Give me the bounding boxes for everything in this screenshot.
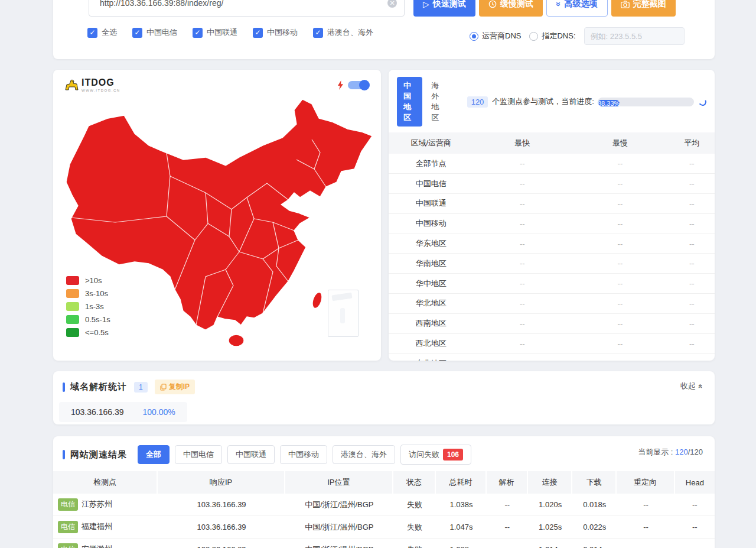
checkbox-checked-icon: ✓ [193,28,203,38]
custom-dns-input[interactable] [584,27,685,45]
collapse-toggle[interactable]: 收起 » [680,381,702,391]
quick-test-button[interactable]: ▷ 快速测试 [413,0,475,17]
dns-stats-header: 域名解析统计 1 复制IP [53,371,715,394]
checkbox-checked-icon: ✓ [253,28,263,38]
results-table: 检测点 响应IP IP位置 状态 总耗时 解析 连接 下载 重定向 Head 电… [53,471,715,548]
result-row[interactable]: 电信福建福州 103.36.166.39 中国/浙江/温州/BGP 失败 1.0… [53,516,715,539]
table-row[interactable]: 西北地区------ [389,333,715,354]
hainan-island-shape[interactable] [229,335,244,346]
col-total-time: 总耗时 [436,471,486,494]
tab-china-region[interactable]: 中国地区 [397,77,422,127]
legend-swatch-green [66,315,79,324]
filter-telecom-button[interactable]: 中国电信 [175,445,222,464]
col-fastest: 最快 [474,132,572,154]
results-header: 网站测速结果 全部 中国电信 中国联通 中国移动 港澳台、海外 访问失败 106 [53,436,715,465]
status-badge: 失败 [393,516,436,539]
legend-item: >10s [66,276,110,285]
monitor-count-badge: 120 [467,96,488,108]
copy-ip-button[interactable]: 复制IP [155,380,195,394]
legend-item: 1s-3s [66,302,110,311]
table-row[interactable]: 华北地区------ [389,294,715,314]
region-stats-header: 中国地区 海外地区 120 个监测点参与测试，当前进度: 88.33% [389,70,715,132]
progress-bar: 88.33% [598,98,694,106]
checkbox-hmt-overseas[interactable]: ✓ 港澳台、海外 [313,27,373,38]
chevrons-down-icon: » [554,2,563,7]
checkbox-china-unicom[interactable]: ✓ 中国联通 [193,27,237,38]
table-row[interactable]: 华中地区------ [389,274,715,294]
carrier-badge: 电信 [58,521,78,533]
checkbox-china-telecom[interactable]: ✓ 中国电信 [132,27,177,38]
table-row[interactable]: 全部节点------ [389,154,715,174]
slow-test-button[interactable]: 缓慢测试 [479,0,543,17]
resolved-ip: 103.36.166.39 [71,407,124,417]
radio-carrier-dns[interactable]: 运营商DNS [470,31,521,41]
taiwan-island-shape[interactable] [311,291,324,310]
current-display-count: 当前显示 : 120/120 [638,447,703,458]
full-screenshot-button[interactable]: 完整截图 [611,0,676,17]
action-buttons: ▷ 快速测试 缓慢测试 » 高级选项 完整截图 [413,0,676,17]
table-row[interactable]: 华南地区------ [389,254,715,274]
china-mainland-shape[interactable] [66,99,372,330]
col-head: Head [675,471,715,494]
tab-overseas-region[interactable]: 海外地区 [425,77,450,127]
checkbox-china-mobile[interactable]: ✓ 中国移动 [253,27,298,38]
filter-unicom-button[interactable]: 中国联通 [227,445,275,464]
col-resolve: 解析 [487,471,529,494]
result-row[interactable]: 电信安徽滁州 103.36.166.39 中国/浙江/温州/BGP 失败 1.0… [53,539,715,548]
url-input-wrap: ✕ [89,0,405,17]
legend-swatch-darkgreen [66,328,79,337]
table-row[interactable]: 东北地区------ [389,354,715,361]
advanced-options-button[interactable]: » 高级选项 [546,0,608,17]
dns-count-badge: 1 [134,382,148,393]
filter-hmt-overseas-button[interactable]: 港澳台、海外 [333,445,395,464]
resolved-ip-item[interactable]: 103.36.166.39 100.00% [59,402,187,422]
col-redirect: 重定向 [617,471,675,494]
table-row[interactable]: 中国电信------ [389,174,715,194]
china-map-card: ITDOG WWW.ITDOG.CN [53,70,381,361]
col-status: 状态 [393,471,436,494]
url-input[interactable] [89,0,387,8]
dns-stats-card: 域名解析统计 1 复制IP 收起 » 103.36.166.39 100.00% [53,371,715,424]
carrier-badge: 电信 [58,543,78,548]
checkbox-checked-icon: ✓ [87,28,97,38]
col-node: 检测点 [53,471,158,494]
checkbox-checked-icon: ✓ [132,28,142,38]
checkbox-checked-icon: ✓ [313,28,323,38]
col-download: 下载 [572,471,617,494]
play-icon: ▷ [423,0,429,9]
resolved-ip-percent: 100.00% [143,407,175,417]
legend-swatch-orange [66,289,79,298]
loading-spinner-icon [698,97,708,106]
section-accent-bar [63,382,65,392]
checkbox-select-all[interactable]: ✓ 全选 [87,27,117,38]
status-badge: 失败 [393,494,436,516]
progress-fill: 88.33% [598,100,620,106]
table-row[interactable]: 西南地区------ [389,313,715,333]
results-header-row: 检测点 响应IP IP位置 状态 总耗时 解析 连接 下载 重定向 Head [53,471,715,494]
col-average: 平均 [669,132,715,154]
table-row[interactable]: 中国联通------ [389,194,715,214]
table-row[interactable]: 华东地区------ [389,234,715,254]
carrier-badge: 电信 [58,498,78,511]
test-config-card: ✕ ▷ 快速测试 缓慢测试 » 高级选项 完整截图 ✓ [53,0,715,59]
dns-option-row: 运营商DNS 指定DNS: [470,27,685,45]
carrier-checkbox-row: ✓ 全选 ✓ 中国电信 ✓ 中国联通 ✓ 中国移动 ✓ 港澳台、海外 [87,27,373,38]
table-row[interactable]: 中国移动------ [389,213,715,234]
region-stats-card: 中国地区 海外地区 120 个监测点参与测试，当前进度: 88.33% 区域/运… [389,70,715,361]
result-row[interactable]: 电信江苏苏州 103.36.166.39 中国/浙江/温州/BGP 失败 1.0… [53,494,715,516]
col-region-carrier: 区域/运营商 [389,132,474,154]
col-connect: 连接 [528,471,572,494]
filter-failed-button[interactable]: 访问失败 106 [400,445,471,465]
filter-mobile-button[interactable]: 中国移动 [280,445,327,464]
clock-icon [488,0,497,8]
filter-all-button[interactable]: 全部 [138,445,170,464]
camera-icon [621,1,630,8]
copy-icon [160,384,167,391]
status-badge: 失败 [393,539,436,548]
legend-item: 0.5s-1s [66,315,110,324]
clear-input-icon[interactable]: ✕ [387,0,397,8]
radio-custom-dns[interactable]: 指定DNS: [529,31,575,41]
results-title: 网站测速结果 [70,449,127,461]
progress-label: 个监测点参与测试，当前进度: [492,96,594,107]
legend-item: 3s-10s [66,289,110,298]
